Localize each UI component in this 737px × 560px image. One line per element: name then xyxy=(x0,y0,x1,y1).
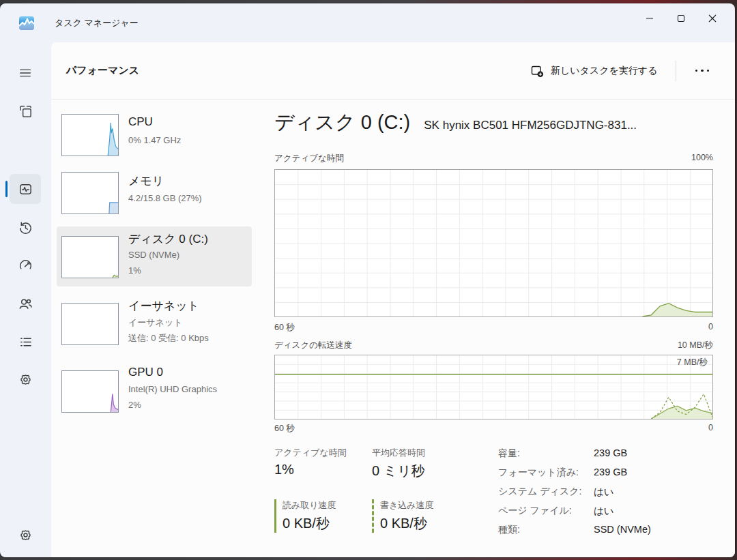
detail-system-disk: システム ディスク: はい xyxy=(498,486,614,499)
disk-model: SK hynix BC501 HFM256GDJTNG-831... xyxy=(424,119,637,132)
perf-item-detail: 送信: 0 受信: 0 Kbps xyxy=(128,332,209,344)
task-manager-app-icon xyxy=(19,16,34,30)
perf-item-gpu[interactable]: GPU 0 Intel(R) UHD Graphics 2% xyxy=(61,364,261,428)
perf-item-memory[interactable]: メモリ 4.2/15.8 GB (27%) xyxy=(61,172,261,226)
perf-item-name: イーサネット xyxy=(128,298,199,314)
sidebar-item-processes[interactable] xyxy=(10,96,41,126)
selected-indicator xyxy=(5,181,8,197)
history-icon xyxy=(18,220,33,235)
ethernet-mini-chart xyxy=(61,303,119,345)
sidebar-item-startup-apps[interactable] xyxy=(10,250,41,280)
sidebar-item-services[interactable] xyxy=(10,365,41,395)
perf-item-detail: 1% xyxy=(128,265,141,276)
stat-avg-response: 平均応答時間 0 ミリ秒 xyxy=(372,447,425,480)
perf-item-name: ディスク 0 (C:) xyxy=(128,231,208,247)
new-task-icon xyxy=(530,64,544,78)
chart2-x-right: 0 xyxy=(708,423,713,434)
sidebar-item-app-history[interactable] xyxy=(10,212,41,242)
chart1-max: 100% xyxy=(691,153,713,164)
stat-write-speed: 書き込み速度 0 KB/秒 xyxy=(372,499,434,533)
perf-item-ethernet[interactable]: イーサネット イーサネット 送信: 0 受信: 0 Kbps xyxy=(61,296,261,361)
navigation-rail xyxy=(0,42,51,557)
content-panel: パフォーマンス 新しいタスクを実行する CPU 0% 1.47 G xyxy=(51,42,735,557)
gear-icon xyxy=(18,528,33,544)
stat-active-time: アクティブな時間 1% xyxy=(274,447,347,477)
more-options-button[interactable] xyxy=(687,64,718,78)
panel-header: パフォーマンス 新しいタスクを実行する xyxy=(51,42,735,100)
window-title: タスク マネージャー xyxy=(55,17,139,29)
perf-item-detail: イーサネット xyxy=(128,316,183,329)
detail-capacity: 容量: 239 GB xyxy=(498,447,627,460)
detail-formatted: フォーマット済み: 239 GB xyxy=(498,467,627,479)
perf-item-name: CPU xyxy=(128,115,153,129)
perf-item-detail: 0% 1.47 GHz xyxy=(128,135,181,145)
chart1-label: アクティブな時間 xyxy=(274,153,344,164)
titlebar: タスク マネージャー xyxy=(0,3,735,42)
gpu-mini-chart xyxy=(61,370,119,413)
menu-button[interactable] xyxy=(10,58,41,88)
stat-read-speed: 読み取り速度 0 KB/秒 xyxy=(274,499,336,533)
run-new-task-label: 新しいタスクを実行する xyxy=(551,65,658,77)
disk-title: ディスク 0 (C:) xyxy=(274,109,410,136)
active-time-chart xyxy=(274,169,713,317)
perf-item-cpu[interactable]: CPU 0% 1.47 GHz xyxy=(61,114,261,168)
transfer-rate-chart: 7 MB/秒 xyxy=(274,355,713,419)
chart2-max: 10 MB/秒 xyxy=(678,340,713,351)
perf-item-detail: 2% xyxy=(128,400,141,410)
sidebar-item-details[interactable] xyxy=(10,327,41,357)
ellipsis-icon xyxy=(695,70,698,72)
disk-mini-chart xyxy=(61,236,119,278)
chart1-x-left: 60 秒 xyxy=(274,322,295,334)
task-manager-window: タスク マネージャー xyxy=(0,3,735,557)
cpu-mini-chart xyxy=(61,114,119,156)
run-new-task-button[interactable]: 新しいタスクを実行する xyxy=(523,60,665,82)
services-icon xyxy=(18,372,33,388)
perf-item-disk[interactable]: ディスク 0 (C:) SSD (NVMe) 1% xyxy=(61,229,261,292)
chart2-label: ディスクの転送速度 xyxy=(274,340,352,351)
hamburger-icon xyxy=(18,65,33,80)
peak-line-label: 7 MB/秒 xyxy=(677,357,708,368)
maximize-button[interactable] xyxy=(665,5,697,32)
sidebar-item-settings[interactable] xyxy=(10,520,41,550)
header-separator xyxy=(676,61,676,81)
close-button[interactable] xyxy=(697,5,728,32)
chart2-x-left: 60 秒 xyxy=(274,423,295,434)
perf-item-detail: Intel(R) UHD Graphics xyxy=(128,384,217,394)
performance-icon xyxy=(18,181,33,197)
detail-page-file: ページ ファイル: はい xyxy=(498,505,614,518)
sidebar-item-performance[interactable] xyxy=(10,174,41,204)
detail-type: 種類: SSD (NVMe) xyxy=(498,524,651,536)
perf-item-name: GPU 0 xyxy=(128,366,163,379)
perf-item-detail: SSD (NVMe) xyxy=(128,250,179,260)
chart1-x-right: 0 xyxy=(708,322,713,334)
memory-mini-chart xyxy=(61,172,119,214)
perf-item-detail: 4.2/15.8 GB (27%) xyxy=(128,193,202,203)
sidebar-item-users[interactable] xyxy=(10,289,41,319)
processes-icon xyxy=(18,104,33,119)
minimize-button[interactable] xyxy=(634,5,665,32)
perf-item-name: メモリ xyxy=(128,173,164,189)
gauge-icon xyxy=(18,257,33,273)
page-title: パフォーマンス xyxy=(66,64,139,77)
users-icon xyxy=(18,296,33,312)
list-icon xyxy=(18,334,33,350)
